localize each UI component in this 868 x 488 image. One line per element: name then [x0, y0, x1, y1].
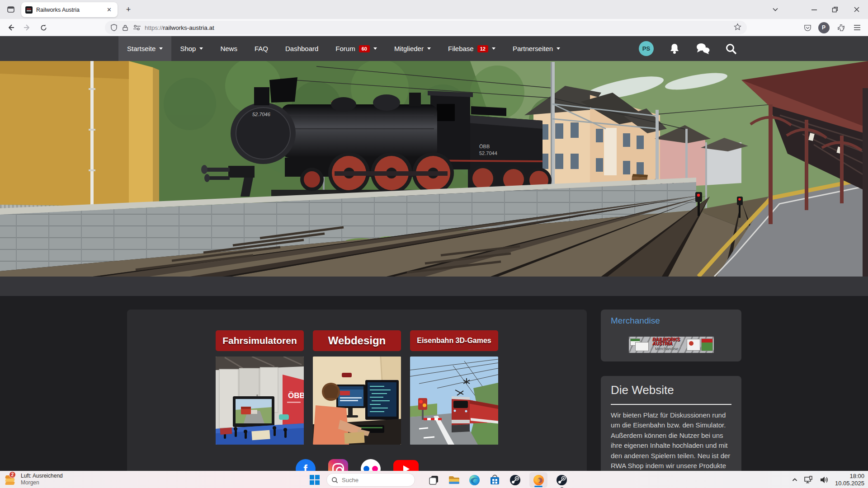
card-image-webdesign[interactable]: [313, 357, 401, 445]
notifications-bell-icon[interactable]: [669, 43, 680, 55]
chevron-down-icon: [373, 47, 377, 50]
website-card-title: Die Website: [611, 383, 674, 397]
site-navbar: Startseite Shop News FAQ Dashboard Forum…: [0, 36, 868, 61]
nav-item-partnerseiten[interactable]: Partnerseiten: [504, 36, 569, 61]
nav-item-filebase[interactable]: Filebase12: [439, 36, 504, 61]
lock-icon[interactable]: [122, 24, 128, 31]
windows-taskbar: 2 Luft: Ausreichend Morgen: [0, 471, 868, 488]
window-restore-button[interactable]: [825, 0, 845, 19]
forward-button[interactable]: [21, 21, 33, 34]
search-icon[interactable]: [725, 43, 737, 55]
loco-number: 52.7046: [252, 112, 271, 117]
window-close-button[interactable]: [846, 0, 867, 19]
microsoft-store-icon[interactable]: [489, 474, 501, 486]
menu-hamburger-icon[interactable]: [851, 21, 863, 34]
reload-button[interactable]: [37, 21, 50, 34]
steam-icon-running[interactable]: [556, 474, 568, 486]
card-title-fahrsimulatoren[interactable]: Fahrsimulatoren: [216, 330, 304, 351]
nav-item-news[interactable]: News: [212, 36, 246, 61]
nav-item-faq[interactable]: FAQ: [246, 36, 277, 61]
new-tab-button[interactable]: +: [123, 4, 134, 15]
edge-icon[interactable]: [468, 474, 481, 486]
start-button[interactable]: [309, 474, 321, 486]
permissions-icon[interactable]: [133, 24, 141, 31]
chevron-down-icon: [159, 47, 163, 50]
clock[interactable]: 18:00 10.05.2025: [835, 473, 864, 487]
merchandise-card: Merchandise RAILWORKSAUSTRIA Merchandise: [601, 310, 741, 361]
volume-icon[interactable]: [820, 476, 829, 484]
clock-date: 10.05.2025: [835, 480, 864, 487]
card-title-eisenbahn-3d-games[interactable]: Eisenbahn 3D-Games: [410, 330, 498, 351]
browser-tab-active[interactable]: Railworks Austria ✕: [21, 2, 118, 17]
url-text: https://railworks-austria.at: [145, 24, 214, 31]
website-card-text: Wir bieten Platz für Diskussionen rund u…: [611, 410, 732, 471]
back-button[interactable]: [5, 21, 17, 34]
tab-close-icon[interactable]: ✕: [105, 5, 113, 14]
nav-item-shop[interactable]: Shop: [171, 36, 212, 61]
merchandise-banner[interactable]: RAILWORKSAUSTRIA Merchandise: [629, 337, 714, 353]
chevron-down-icon: [557, 47, 560, 50]
hero-image: ÖBB 52.7044 52.7046: [0, 61, 868, 277]
search-icon: [331, 477, 338, 483]
forum-count-badge: 60: [359, 45, 370, 52]
filebase-count-badge: 12: [477, 45, 488, 52]
user-avatar[interactable]: PS: [639, 41, 654, 56]
weather-widget[interactable]: 2 Luft: Ausreichend Morgen: [4, 473, 63, 486]
list-tabs-chevron-icon[interactable]: [765, 0, 786, 19]
tab-title: Railworks Austria: [36, 7, 105, 13]
window-minimize-button[interactable]: [804, 0, 825, 19]
address-bar[interactable]: https://railworks-austria.at: [105, 21, 747, 34]
nav-item-dashboard[interactable]: Dashboard: [277, 36, 327, 61]
chevron-down-icon: [427, 47, 431, 50]
weather-sub: Morgen: [21, 479, 63, 486]
steam-icon[interactable]: [509, 474, 521, 486]
clock-time: 18:00: [835, 473, 864, 480]
conversations-icon[interactable]: [695, 43, 710, 55]
weather-status: Luft: Ausreichend: [21, 473, 63, 479]
svg-text:ÖBB: ÖBB: [479, 144, 490, 149]
pocket-icon[interactable]: [801, 21, 814, 34]
merchandise-link[interactable]: Merchandise: [611, 316, 660, 326]
tracking-shield-icon[interactable]: [110, 24, 118, 31]
hero-bottom-strip: [0, 277, 868, 296]
profile-icon[interactable]: P: [817, 21, 830, 34]
file-explorer-icon[interactable]: [448, 474, 460, 486]
widgets-icon: 2: [4, 473, 17, 486]
tray-chevron-icon[interactable]: [792, 477, 798, 483]
nav-item-startseite[interactable]: Startseite: [118, 36, 171, 61]
chevron-down-icon: [492, 47, 495, 50]
notification-count-badge: 2: [9, 471, 16, 478]
svg-text:52.7044: 52.7044: [479, 150, 497, 156]
card-title-webdesign[interactable]: Webdesign: [313, 330, 401, 351]
taskbar-search[interactable]: [326, 473, 415, 487]
task-view-icon[interactable]: [428, 474, 440, 486]
network-icon[interactable]: [804, 476, 813, 484]
extensions-icon[interactable]: [835, 21, 847, 34]
card-image-fahrsimulatoren[interactable]: ÖBB: [216, 357, 304, 445]
nav-item-forum[interactable]: Forum60: [327, 36, 386, 61]
divider: [611, 404, 731, 405]
firefox-icon-active[interactable]: [529, 472, 547, 488]
site-favicon: [25, 6, 33, 14]
card-image-eisenbahn-3d-games[interactable]: [410, 357, 498, 445]
nav-item-mitglieder[interactable]: Mitglieder: [386, 36, 439, 61]
bookmark-star-icon[interactable]: [734, 23, 741, 33]
content-panel: Fahrsimulatoren Webdesign Eisenbahn 3D-G…: [127, 310, 587, 488]
firefox-view-icon[interactable]: [5, 4, 16, 15]
chevron-down-icon: [199, 47, 203, 50]
browser-tabstrip: Railworks Austria ✕ +: [0, 0, 868, 19]
screen: Railworks Austria ✕ + https:/: [0, 0, 868, 488]
svg-text:ÖBB: ÖBB: [288, 391, 304, 400]
taskbar-search-input[interactable]: [342, 477, 401, 483]
